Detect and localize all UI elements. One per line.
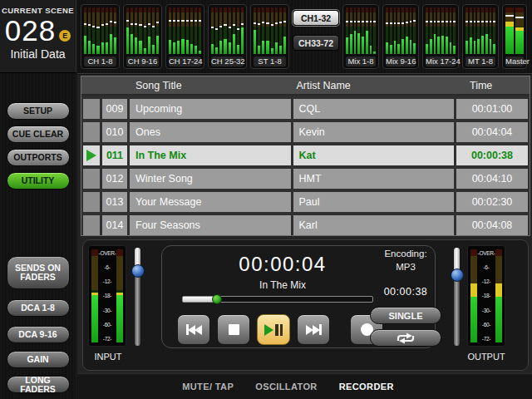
main-content: Song Title Artist Name Time 009UpcomingC… [77, 75, 532, 399]
song-row-011[interactable]: 011In The MixKat00:00:38 [81, 145, 530, 165]
sidebar-button-utility[interactable]: UTILITY [7, 172, 70, 190]
meter-bar [215, 7, 218, 54]
level-bar [495, 249, 502, 342]
meter-bar [357, 7, 360, 54]
repeat-icon [396, 332, 416, 344]
sidebar-button-sends-on-faders[interactable]: SENDS ON FADERS [7, 256, 70, 289]
song-time: 00:02:30 [456, 192, 528, 212]
song-row-013[interactable]: 013Your MessagePaul00:02:30 [81, 192, 530, 212]
meter-bar [96, 7, 99, 54]
meter-bar [114, 7, 116, 54]
song-row-014[interactable]: 014Four SeasonsKarl00:04:08 [81, 215, 530, 235]
meter-bar [453, 7, 456, 54]
sidebar-button-cue-clear[interactable]: CUE CLEAR [7, 126, 70, 143]
meter-bar [283, 7, 286, 54]
meter-block-label: CH 1-8 [84, 57, 116, 66]
play-pause-button[interactable] [257, 314, 290, 345]
meter-bar [362, 7, 364, 54]
column-header-time: Time [456, 80, 528, 91]
meter-bar [229, 7, 231, 54]
level-bar [470, 249, 477, 342]
input-fader-knob[interactable] [131, 264, 145, 278]
meter-bar [350, 7, 352, 54]
meter-bar [84, 7, 86, 54]
song-title: Four Seasons [130, 215, 291, 235]
encoding-label: Encoding: [366, 249, 446, 259]
song-artist: Paul [293, 192, 455, 212]
song-length: 00:00:38 [366, 286, 446, 298]
bank-button-ch1-32[interactable]: CH1-32 [293, 10, 339, 26]
sidebar-button-gain[interactable]: GAIN [7, 351, 70, 368]
play-pause-icon [264, 324, 273, 336]
meter-bridge: CH 1-8CH 9-16CH 17-24CH 25-32ST 1-8CH1-3… [77, 0, 532, 74]
bank-button-ch33-72[interactable]: CH33-72 [293, 35, 339, 51]
meter-bar [88, 7, 91, 54]
meter-block-label: CH 17-24 [169, 57, 201, 66]
tab-oscillator[interactable]: OSCILLATOR [255, 382, 317, 392]
meter-bar [505, 7, 514, 54]
meter-bar [394, 7, 397, 54]
meter-block-st-1-8: ST 1-8 [250, 4, 289, 69]
stop-button[interactable] [217, 314, 250, 345]
meter-bar [279, 7, 282, 54]
meter-bar [477, 7, 480, 54]
meter-bar [233, 7, 235, 54]
repeat-button[interactable] [370, 329, 441, 347]
sidebar-button-dca-1-8[interactable]: DCA 1-8 [7, 299, 70, 317]
meter-bar [131, 7, 133, 54]
meter-bar [437, 7, 440, 54]
sidebar-button-outports[interactable]: OUTPORTS [7, 149, 70, 166]
meter-bar [406, 7, 408, 54]
tab-recorder[interactable]: RECORDER [339, 382, 394, 392]
song-rows: 009UpcomingCQL00:01:00010OnesKevin00:04:… [81, 99, 530, 235]
song-row-010[interactable]: 010OnesKevin00:04:04 [81, 122, 530, 142]
song-title: Winter Song [130, 169, 291, 189]
output-fader[interactable] [451, 248, 464, 346]
meter-bar [441, 7, 444, 54]
meter-bar [219, 7, 222, 54]
recorder-panel: -OVER--6--12--18--30--60--72- INPUT 00:0… [82, 239, 529, 371]
song-number: 009 [102, 99, 127, 119]
meter-bar [390, 7, 392, 54]
input-fader[interactable] [131, 248, 145, 346]
meter-bar [177, 7, 180, 54]
playback-progress-bar[interactable] [182, 296, 373, 303]
tab-mute-tap[interactable]: MUTE/ TAP [182, 382, 234, 392]
next-button[interactable] [297, 314, 330, 345]
meter-bar [426, 7, 428, 54]
song-time: 00:04:10 [456, 169, 528, 189]
row-indicator [83, 215, 100, 235]
meter-bar [446, 7, 448, 54]
meter-bar [373, 7, 376, 54]
meter-bar [181, 7, 184, 54]
meter-block-mix-1-8: Mix 1-8 [342, 4, 379, 69]
song-artist: CQL [293, 99, 455, 119]
output-level-meter: -OVER--6--12--18--30--60--72- [467, 245, 505, 347]
song-row-009[interactable]: 009UpcomingCQL00:01:00 [81, 99, 530, 119]
current-scene-panel: CURRENT SCENE 028 E Initial Data [0, 0, 76, 73]
song-time: 00:04:04 [456, 122, 528, 142]
input-meter-caption: INPUT [83, 352, 133, 362]
progress-knob[interactable] [212, 294, 222, 304]
sidebar-button-dca-9-16[interactable]: DCA 9-16 [7, 326, 70, 343]
meter-bar [262, 7, 264, 54]
previous-button[interactable] [177, 314, 210, 345]
song-time: 00:01:00 [456, 99, 528, 119]
meter-bar [101, 7, 104, 54]
scene-name: Initial Data [0, 47, 76, 61]
output-fader-knob[interactable] [451, 268, 464, 282]
scene-number: 028 [5, 16, 56, 46]
sidebar-button-long-faders[interactable]: LONG FADERS [7, 376, 70, 393]
single-mode-button[interactable]: SINGLE [370, 307, 441, 324]
meter-bar [190, 7, 193, 54]
song-title: In The Mix [130, 145, 291, 165]
meter-bar [152, 7, 155, 54]
row-indicator [83, 99, 100, 119]
song-number: 013 [102, 192, 127, 212]
song-row-012[interactable]: 012Winter SongHMT00:04:10 [81, 169, 530, 189]
meter-bar [144, 7, 146, 54]
meter-bar [493, 7, 495, 54]
playing-indicator [83, 145, 100, 165]
meter-bar [450, 7, 452, 54]
sidebar-button-setup[interactable]: SETUP [7, 102, 70, 120]
